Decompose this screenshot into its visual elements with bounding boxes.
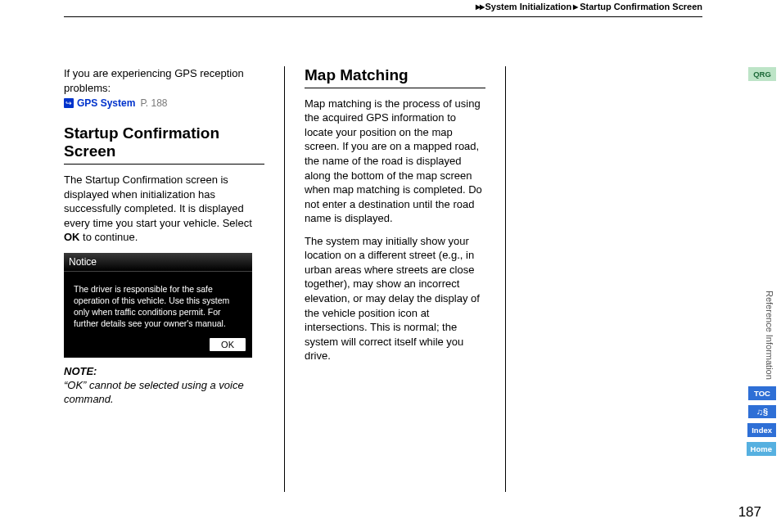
side-tabs: QRG Reference Information TOC ♫§ Index H… [747, 67, 776, 461]
breadcrumb-part-2: Startup Confirmation Screen [580, 2, 702, 11]
gps-intro-text: If you are experiencing GPS reception pr… [64, 66, 264, 95]
gps-system-link[interactable]: ↪ GPS System P. 188 [64, 97, 264, 110]
note-body: “OK” cannot be selected using a voice co… [64, 379, 264, 407]
startup-paragraph: The Startup Confirmation screen is displ… [64, 173, 264, 245]
notice-dialog-ok-button: OK [210, 338, 246, 352]
tab-voice-commands[interactable]: ♫§ [748, 405, 776, 418]
tab-index[interactable]: Index [747, 423, 776, 437]
heading-map-matching: Map Matching [305, 66, 485, 88]
top-rule [64, 16, 702, 17]
column-left: If you are experiencing GPS reception pr… [64, 66, 285, 492]
breadcrumb-separator-icon [571, 2, 580, 11]
breadcrumb: System InitializationStartup Confirmatio… [476, 2, 703, 11]
gps-link-page: P. 188 [140, 97, 167, 110]
tab-home[interactable]: Home [747, 442, 776, 456]
tab-qrg[interactable]: QRG [748, 67, 776, 81]
notice-dialog-title: Notice [64, 253, 252, 272]
tab-toc[interactable]: TOC [748, 386, 776, 400]
breadcrumb-arrows-icon [476, 2, 485, 11]
note-label: NOTE: [64, 364, 264, 379]
map-matching-para-2: The system may initially show your locat… [305, 234, 485, 363]
link-reference-icon: ↪ [64, 98, 74, 108]
gps-link-label: GPS System [77, 97, 135, 110]
notice-dialog-screenshot: Notice The driver is responsible for the… [64, 253, 252, 358]
startup-para-c: to continue. [80, 231, 138, 243]
notice-dialog-body: The driver is responsible for the safe o… [64, 272, 252, 335]
heading-startup-confirmation: Startup Confirmation Screen [64, 124, 264, 165]
section-label-vertical: Reference Information [765, 291, 774, 380]
column-right: Map Matching Map matching is the process… [285, 66, 506, 492]
startup-para-a: The Startup Confirmation screen is displ… [64, 174, 252, 229]
map-matching-para-1: Map matching is the process of using the… [305, 97, 485, 226]
startup-para-ok: OK [64, 231, 80, 243]
breadcrumb-part-1: System Initialization [485, 2, 572, 11]
page-number: 187 [738, 504, 761, 521]
